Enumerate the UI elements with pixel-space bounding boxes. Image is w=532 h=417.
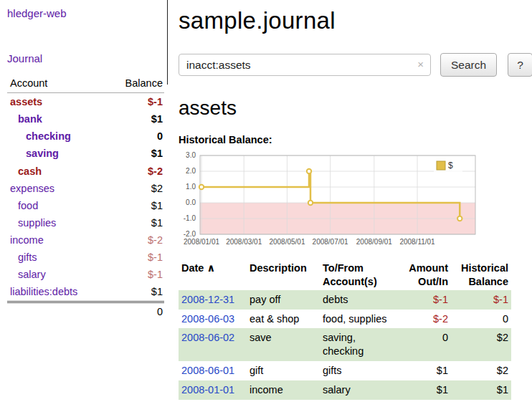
journal-link[interactable]: Journal — [7, 52, 42, 64]
data-point — [457, 216, 462, 221]
register-header-date[interactable]: Date ∧ — [179, 260, 247, 290]
legend-label: $ — [448, 160, 453, 171]
main-content: sample.journal × Search ? assets Histori… — [167, 0, 532, 417]
y-axis-tick-label: -2.0 — [184, 230, 196, 238]
app-root: hledger-web Journal Account Balance asse… — [0, 0, 532, 417]
transaction-accounts: food, supplies — [320, 310, 396, 329]
x-axis-tick-label: 2008/07/01 — [313, 238, 348, 246]
account-row: gifts$-1 — [7, 249, 164, 266]
transaction-amount: $-1 — [396, 290, 451, 310]
register-header-amount: Amount Out/In — [396, 260, 451, 290]
account-row: cash$-2 — [7, 163, 164, 180]
account-link-saving[interactable]: saving — [26, 148, 59, 159]
register-header-balance: Historical Balance — [451, 260, 511, 290]
account-balance: $-1 — [106, 266, 164, 283]
account-balance: $1 — [106, 110, 164, 128]
transaction-accounts: salary — [320, 380, 396, 400]
transaction-date-cell: 2008-06-03 — [179, 310, 247, 329]
search-input[interactable] — [179, 54, 431, 76]
transaction-date-cell: 2008-06-02 — [179, 328, 247, 361]
transaction-amount: $1 — [396, 361, 451, 380]
transaction-description: eat & shop — [247, 310, 320, 329]
accounts-total-balance: 0 — [7, 302, 164, 320]
x-axis-tick-label: 2008/03/01 — [226, 238, 262, 246]
account-balance: 0 — [106, 128, 164, 145]
accounts-header-balance: Balance — [106, 76, 164, 93]
account-link-checking[interactable]: checking — [26, 130, 71, 142]
transaction-row: 2008-06-02savesaving, checking0$2 — [179, 328, 511, 361]
transaction-date-link[interactable]: 2008-06-03 — [181, 313, 234, 325]
account-balance: $1 — [106, 197, 164, 214]
account-balance: $2 — [106, 180, 164, 197]
account-row: bank$1 — [7, 110, 164, 128]
transaction-row: 2008-06-03eat & shopfood, supplies$-20 — [179, 310, 511, 329]
clear-search-icon[interactable]: × — [417, 57, 424, 72]
account-row: income$-2 — [7, 231, 164, 249]
sidebar-nav: Journal — [7, 52, 164, 64]
transaction-date-cell: 2008-12-31 — [179, 290, 247, 310]
transaction-accounts: debts — [320, 290, 396, 310]
historical-balance-chart: 3.02.01.00.0-1.0-2.02008/01/012008/03/01… — [179, 150, 501, 250]
accounts-table: Account Balance assets$-1bank$1checking0… — [7, 76, 164, 320]
transaction-date-link[interactable]: 2008-12-31 — [181, 294, 234, 305]
account-link-expenses[interactable]: expenses — [10, 183, 54, 194]
account-row: food$1 — [7, 197, 164, 214]
transaction-balance: $1 — [451, 380, 511, 400]
account-link-cash[interactable]: cash — [18, 166, 42, 177]
data-point — [307, 169, 311, 173]
transaction-row: 2008-12-31pay offdebts$-1$-1 — [179, 290, 511, 310]
page-title: sample.journal — [179, 7, 532, 34]
accounts-header-row: Account Balance — [7, 76, 164, 93]
account-balance: $-1 — [106, 249, 164, 266]
register-header-accounts: To/From Account(s) — [320, 260, 396, 290]
transaction-description: save — [247, 328, 320, 361]
help-button[interactable]: ? — [508, 53, 532, 77]
data-point — [199, 185, 204, 189]
transaction-amount: 0 — [396, 328, 451, 361]
account-link-supplies[interactable]: supplies — [18, 217, 56, 229]
transaction-description: gift — [247, 361, 320, 380]
account-link-income[interactable]: income — [10, 234, 44, 246]
account-link-food[interactable]: food — [18, 200, 38, 211]
register-header-description: Description — [247, 260, 320, 290]
sidebar-divider — [167, 0, 168, 85]
x-axis-tick-label: 2008/11/01 — [399, 238, 435, 246]
transaction-balance: $2 — [451, 328, 511, 361]
transaction-balance: $-1 — [451, 290, 511, 310]
transaction-description: pay off — [247, 290, 320, 310]
account-row: liabilities:debts$1 — [7, 283, 164, 302]
account-link-assets[interactable]: assets — [10, 96, 42, 107]
transaction-description: income — [247, 380, 320, 400]
register-header-row: Date ∧ Description To/From Account(s) Am… — [179, 260, 511, 290]
x-axis-tick-label: 2008/05/01 — [269, 238, 305, 246]
account-link-salary[interactable]: salary — [18, 269, 46, 280]
transaction-row: 2008-01-01incomesalary$1$1 — [179, 380, 511, 400]
account-row: saving$1 — [7, 145, 164, 162]
account-row: assets$-1 — [7, 93, 164, 111]
y-axis-tick-label: 0.0 — [186, 198, 196, 206]
y-axis-tick-label: 2.0 — [186, 167, 196, 175]
accounts-header-account: Account — [7, 76, 106, 93]
account-balance: $-2 — [106, 231, 164, 249]
account-row: salary$-1 — [7, 266, 164, 283]
transaction-accounts: saving, checking — [320, 328, 396, 361]
x-axis-tick-label: 2008/09/01 — [356, 238, 392, 246]
account-heading: assets — [179, 97, 532, 120]
transaction-date-link[interactable]: 2008-06-02 — [181, 332, 234, 343]
transaction-row: 2008-06-01giftgifts$1$2 — [179, 361, 511, 380]
account-balance: $-1 — [106, 93, 164, 111]
transaction-date-link[interactable]: 2008-01-01 — [181, 384, 234, 396]
search-form: × Search ? — [179, 53, 532, 77]
date-header-label: Date — [181, 262, 204, 274]
search-button[interactable]: Search — [440, 53, 497, 77]
account-balance: $1 — [106, 283, 164, 302]
y-axis-tick-label: 3.0 — [186, 151, 196, 159]
y-axis-tick-label: -1.0 — [184, 214, 196, 222]
account-link-gifts[interactable]: gifts — [18, 251, 37, 263]
account-link-liabilities-debts[interactable]: liabilities:debts — [10, 286, 77, 297]
transaction-balance: 0 — [451, 310, 511, 329]
transaction-date-link[interactable]: 2008-06-01 — [181, 365, 234, 376]
transaction-balance: $2 — [451, 361, 511, 380]
brand-link[interactable]: hledger-web — [7, 7, 67, 19]
account-link-bank[interactable]: bank — [18, 113, 42, 125]
